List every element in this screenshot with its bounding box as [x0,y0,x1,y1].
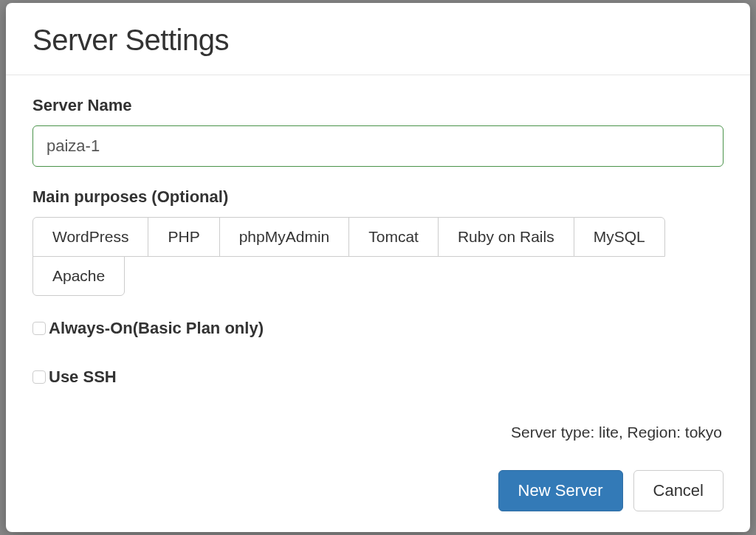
always-on-label: Always-On(Basic Plan only) [49,319,264,338]
purposes-label: Main purposes (Optional) [32,187,724,207]
purposes-row: WordPress PHP phpMyAdmin Tomcat Ruby on … [32,217,724,295]
purposes-group: Main purposes (Optional) WordPress PHP p… [32,187,724,295]
server-name-label: Server Name [32,96,724,115]
purpose-phpmyadmin[interactable]: phpMyAdmin [219,217,350,257]
server-info-text: Server type: lite, Region: tokyo [32,424,724,441]
server-name-group: Server Name [32,96,724,167]
modal-header: Server Settings [6,3,750,75]
always-on-checkbox[interactable] [32,322,46,335]
purpose-php[interactable]: PHP [148,217,219,257]
modal-footer: New Server Cancel [6,457,750,532]
purpose-mysql[interactable]: MySQL [574,217,665,257]
purpose-tomcat[interactable]: Tomcat [348,217,439,257]
purpose-wordpress[interactable]: WordPress [32,217,148,257]
server-name-input[interactable] [32,125,724,167]
always-on-group: Always-On(Basic Plan only) [32,319,724,338]
purpose-rubyonrails[interactable]: Ruby on Rails [438,217,574,257]
use-ssh-group: Use SSH [32,367,724,387]
server-settings-modal: Server Settings Server Name Main purpose… [6,3,750,532]
modal-body: Server Name Main purposes (Optional) Wor… [6,75,750,457]
purpose-apache[interactable]: Apache [32,256,125,296]
new-server-button[interactable]: New Server [498,470,623,511]
modal-title: Server Settings [32,24,724,57]
use-ssh-checkbox[interactable] [32,370,46,384]
cancel-button[interactable]: Cancel [633,470,724,511]
use-ssh-label: Use SSH [49,367,117,387]
